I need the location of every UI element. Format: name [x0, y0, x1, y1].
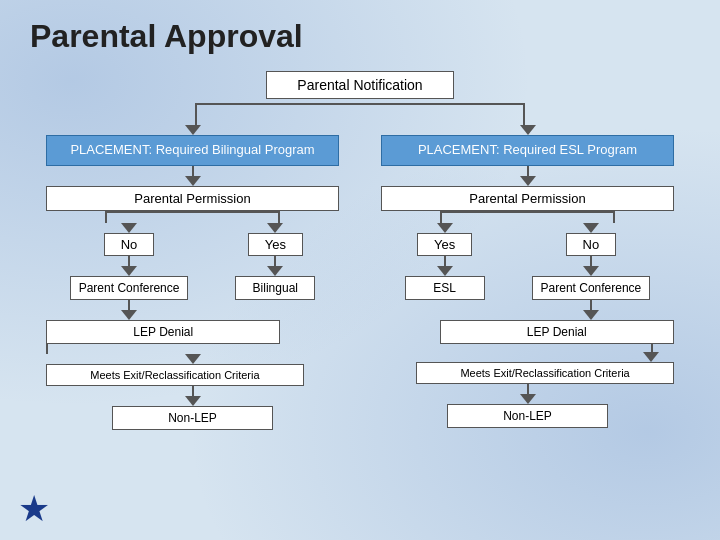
flowchart: Parental Notification PLACEMENT: Require…: [30, 71, 690, 430]
vline-l1: [192, 166, 194, 176]
vline-no3: [128, 300, 130, 310]
arrow-meets: [185, 396, 201, 406]
right-nonlep-box: Non-LEP: [447, 404, 608, 428]
right-lep-box: LEP Denial: [440, 320, 674, 344]
left-yes-result: Bilingual: [235, 276, 315, 300]
left-no-col: No Parent Conference: [70, 223, 189, 320]
left-yes-col: Yes Bilingual: [235, 223, 315, 300]
left-lep-box: LEP Denial: [46, 320, 280, 344]
vline-ryes: [444, 256, 446, 266]
vline-lep: [46, 344, 48, 354]
left-yn-row: No Parent Conference Yes Bilingual: [46, 223, 339, 320]
right-yes-box: Yes: [417, 233, 472, 256]
vline-no: [128, 256, 130, 266]
left-column: PLACEMENT: Required Bilingual Program Pa…: [30, 125, 355, 430]
arrow-ryes2: [437, 266, 453, 276]
left-permission-box: Parental Permission: [46, 186, 339, 211]
arrow-r2: [520, 176, 536, 186]
vline-meets: [192, 386, 194, 396]
vline-rno: [590, 256, 592, 266]
left-no-box: No: [104, 233, 155, 256]
right-no-box: No: [566, 233, 617, 256]
right-permission-box: Parental Permission: [381, 186, 674, 211]
right-yn-row: Yes ESL No Parent Conference: [381, 223, 674, 320]
star-decoration: ★: [18, 488, 50, 530]
notification-section: Parental Notification: [30, 71, 690, 99]
arrow-no: [121, 223, 137, 233]
right-column: PLACEMENT: Required ESL Program Parental…: [365, 125, 690, 430]
arrow-rno: [583, 223, 599, 233]
right-meets-box: Meets Exit/Reclassification Criteria: [416, 362, 673, 384]
arrow-rno3: [583, 310, 599, 320]
arrow-yes: [267, 223, 283, 233]
right-no-result: Parent Conference: [532, 276, 651, 300]
vline-rno3: [590, 300, 592, 310]
arrow-left-down: [185, 125, 201, 135]
vline-rmeets: [527, 384, 529, 394]
vline-r1: [527, 166, 529, 176]
two-column-layout: PLACEMENT: Required Bilingual Program Pa…: [30, 125, 690, 430]
arrow-rno2: [583, 266, 599, 276]
arrow-yes2: [267, 266, 283, 276]
vline-yes: [274, 256, 276, 266]
left-meets-box: Meets Exit/Reclassification Criteria: [46, 364, 303, 386]
arrow-no2: [121, 266, 137, 276]
arrow-lep: [185, 354, 201, 364]
notification-box: Parental Notification: [266, 71, 453, 99]
left-placement-box: PLACEMENT: Required Bilingual Program: [46, 135, 339, 166]
right-placement-box: PLACEMENT: Required ESL Program: [381, 135, 674, 166]
arrow-right-down: [520, 125, 536, 135]
left-yes-box: Yes: [248, 233, 303, 256]
arrow-l2: [185, 176, 201, 186]
arrow-no3: [121, 310, 137, 320]
left-nonlep-box: Non-LEP: [112, 406, 273, 430]
right-no-col: No Parent Conference: [532, 223, 651, 320]
arrow-ryes: [437, 223, 453, 233]
right-yes-result: ESL: [405, 276, 485, 300]
right-yes-col: Yes ESL: [405, 223, 485, 300]
page-title: Parental Approval: [30, 18, 690, 55]
arrow-rmeets: [520, 394, 536, 404]
left-no-result: Parent Conference: [70, 276, 189, 300]
